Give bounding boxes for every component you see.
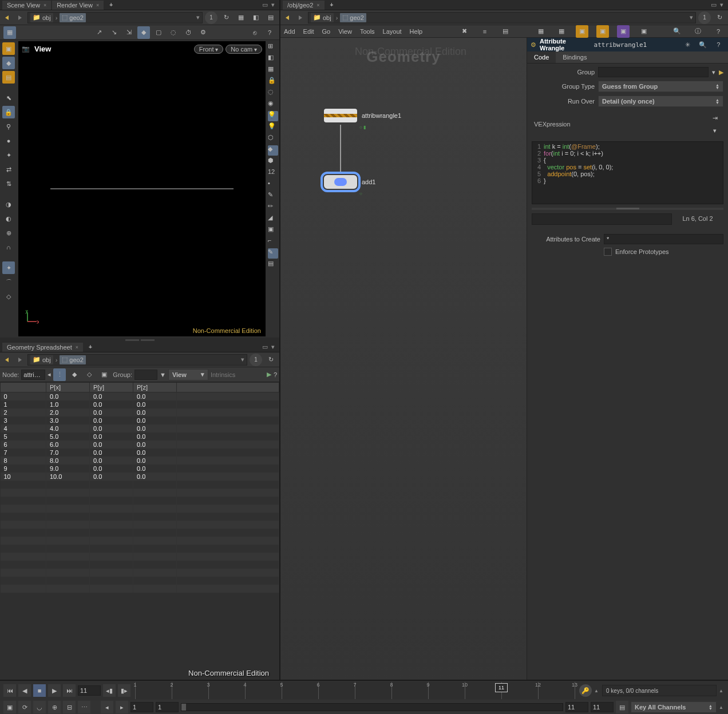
code-editor[interactable]: 1int k = int(@Frame);2for(int i = 0; i <… bbox=[532, 141, 723, 204]
frame-marker[interactable]: 11 bbox=[495, 683, 508, 692]
tab-add-2[interactable]: + bbox=[84, 343, 97, 351]
rt1-icon[interactable]: ⊞ bbox=[268, 42, 278, 53]
menu2-icon[interactable]: ▾ bbox=[269, 343, 277, 351]
help-icon[interactable]: ? bbox=[263, 26, 276, 39]
col-header[interactable]: P[y] bbox=[90, 383, 133, 392]
grouptype-select[interactable]: Guess from Group▲▼ bbox=[598, 81, 723, 92]
node-field[interactable] bbox=[21, 370, 45, 380]
table-row[interactable]: 44.00.00.0 bbox=[1, 425, 279, 433]
window-icon[interactable]: ▭ bbox=[261, 1, 269, 9]
table-row[interactable]: 55.00.00.0 bbox=[1, 433, 279, 441]
mode-verts-icon[interactable]: ◆ bbox=[68, 368, 81, 381]
net1-icon[interactable]: ✖ bbox=[458, 25, 470, 38]
group-menu-icon[interactable]: ▾ bbox=[712, 69, 715, 76]
menu-icon[interactable]: ▾ bbox=[269, 1, 277, 9]
range-end2-input[interactable] bbox=[591, 702, 614, 712]
tab-render-view[interactable]: Render View× bbox=[52, 1, 104, 10]
rt10-icon[interactable]: ◆ bbox=[268, 145, 278, 156]
lt3-icon[interactable]: ▤ bbox=[2, 71, 15, 84]
lt5-icon[interactable]: ● bbox=[2, 134, 15, 147]
mode-detail-icon[interactable]: ▣ bbox=[98, 368, 110, 381]
tool8-icon[interactable]: ⎋ bbox=[248, 26, 261, 39]
rt9-icon[interactable]: ⬡ bbox=[268, 134, 278, 144]
lt7-icon[interactable]: ⇄ bbox=[2, 163, 15, 176]
next-key-button[interactable]: ▮▸ bbox=[118, 684, 130, 697]
t2-icon[interactable]: ⟳ bbox=[18, 701, 31, 713]
path-area[interactable]: 📁obj › ⬚geo2 ▾ bbox=[27, 12, 203, 23]
gear2-icon[interactable]: ✳ bbox=[682, 38, 694, 51]
rt2-icon[interactable]: ◧ bbox=[268, 54, 278, 64]
back-button[interactable] bbox=[2, 13, 13, 23]
rt11-icon[interactable]: ⬢ bbox=[268, 157, 278, 167]
prev-key-button[interactable]: ◂▮ bbox=[103, 684, 116, 697]
menu-view[interactable]: View bbox=[338, 28, 352, 35]
status-input[interactable] bbox=[532, 213, 672, 225]
search-icon[interactable]: 🔍 bbox=[671, 25, 683, 38]
rt3-icon[interactable]: ▦ bbox=[268, 65, 278, 76]
t3-icon[interactable]: ◡ bbox=[33, 701, 46, 713]
attrs-input[interactable] bbox=[604, 234, 723, 244]
table-row[interactable]: 22.00.00.0 bbox=[1, 408, 279, 416]
table-row[interactable]: 1010.00.00.0 bbox=[1, 473, 279, 481]
net4-icon[interactable]: ▦ bbox=[535, 25, 547, 38]
gear-icon[interactable]: ⚙ bbox=[197, 26, 209, 39]
node-attribwrangle1[interactable]: attribwrangle1 bbox=[323, 108, 401, 124]
node-add1[interactable]: add1 bbox=[323, 174, 375, 190]
rt7-icon[interactable]: 💡 bbox=[268, 111, 278, 121]
rt4-icon[interactable]: 🔒 bbox=[268, 77, 278, 87]
timeline-ruler[interactable]: 1234567891011121311 bbox=[135, 682, 575, 699]
refresh2-icon[interactable]: ↻ bbox=[264, 354, 277, 366]
lt1-icon[interactable]: ▣ bbox=[2, 42, 15, 55]
misc-icon[interactable]: ▦ bbox=[235, 11, 247, 24]
t7-icon[interactable]: ▤ bbox=[616, 701, 628, 713]
select-icon[interactable]: ⬉ bbox=[2, 92, 15, 104]
mode-prims-icon[interactable]: ◇ bbox=[83, 368, 96, 381]
keymode-select[interactable]: Key All Channels▲▼ bbox=[631, 701, 717, 713]
help2-icon[interactable]: ? bbox=[274, 371, 277, 378]
tool6-icon[interactable]: ◌ bbox=[167, 26, 180, 39]
filter-icon[interactable]: ▼ bbox=[160, 371, 166, 378]
tab-add-3[interactable]: + bbox=[326, 1, 338, 9]
scroll-up2-icon[interactable]: ▲ bbox=[719, 688, 725, 693]
tab-scene-view[interactable]: Scene View× bbox=[2, 1, 51, 10]
net7-icon[interactable]: ▣ bbox=[596, 25, 609, 38]
tool5-icon[interactable]: ▢ bbox=[152, 26, 165, 39]
vex1-icon[interactable]: ⇥ bbox=[709, 112, 721, 124]
view-select[interactable]: View▾ bbox=[168, 369, 208, 380]
pin2-badge[interactable]: 1 bbox=[250, 354, 262, 366]
lock-icon[interactable]: 🔒 bbox=[2, 106, 15, 118]
tab-net-path[interactable]: /obj/geo2× bbox=[283, 1, 325, 10]
next2-button[interactable]: ▸ bbox=[116, 701, 128, 713]
mode-pts-icon[interactable]: ⋮ bbox=[53, 368, 66, 381]
table-row[interactable]: 77.00.00.0 bbox=[1, 449, 279, 457]
lt10-icon[interactable]: ◐ bbox=[2, 212, 15, 225]
group-field[interactable] bbox=[134, 370, 157, 380]
info-icon[interactable]: ⓘ bbox=[691, 25, 704, 38]
lt9-icon[interactable]: ◑ bbox=[2, 198, 15, 211]
enforce-checkbox[interactable] bbox=[604, 248, 612, 256]
lt12-icon[interactable]: ∩ bbox=[2, 241, 15, 253]
play-icon[interactable]: ▶ bbox=[267, 371, 271, 378]
range-slider[interactable] bbox=[181, 703, 563, 711]
group-input[interactable] bbox=[598, 67, 709, 77]
table-row[interactable]: 00.00.00.0 bbox=[1, 392, 279, 401]
col-header[interactable]: P[x] bbox=[46, 383, 90, 392]
lt6-icon[interactable]: ✦ bbox=[2, 149, 15, 161]
menu-help[interactable]: Help bbox=[410, 28, 423, 35]
net8-icon[interactable]: ▣ bbox=[617, 25, 630, 38]
lt14-icon[interactable]: ⌒ bbox=[2, 276, 15, 288]
misc2-icon[interactable]: ◧ bbox=[250, 11, 262, 24]
fwd3-button[interactable] bbox=[295, 13, 306, 23]
menu-tools[interactable]: Tools bbox=[360, 28, 375, 35]
rt12-icon[interactable]: 12 bbox=[268, 168, 278, 178]
misc3-icon[interactable]: ▤ bbox=[264, 11, 277, 24]
rt6-icon[interactable]: ◉ bbox=[268, 100, 278, 110]
pin-badge[interactable]: 1 bbox=[205, 11, 217, 24]
prev2-button[interactable]: ◂ bbox=[101, 701, 113, 713]
menu-go[interactable]: Go bbox=[322, 28, 331, 35]
camera-select[interactable]: Front ▾ bbox=[194, 45, 223, 54]
tool4-icon[interactable]: ◆ bbox=[137, 26, 150, 39]
refresh-icon[interactable]: ↻ bbox=[220, 11, 232, 24]
range-start2-input[interactable] bbox=[156, 702, 179, 712]
stop-button[interactable]: ■ bbox=[33, 684, 46, 697]
